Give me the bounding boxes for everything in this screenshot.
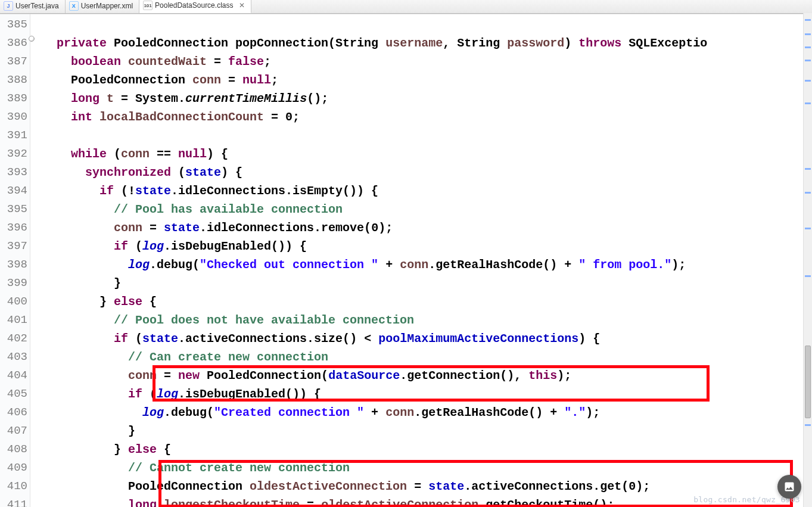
vertical-scrollbar[interactable] — [803, 13, 812, 507]
app-root: J UserTest.java X UserMapper.xml 101 Poo… — [0, 0, 812, 507]
source-code[interactable]: private PooledConnection popConnection(S… — [30, 14, 812, 507]
scrollbar-thumb[interactable] — [805, 346, 811, 418]
code-editor[interactable]: 385 386 387 388 389 390 391 392 393 394 … — [0, 14, 812, 507]
code-viewport[interactable]: private PooledConnection popConnection(S… — [30, 14, 812, 507]
tab-label: UserMapper.xml — [81, 2, 133, 10]
line-number-gutter: 385 386 387 388 389 390 391 392 393 394 … — [0, 14, 30, 507]
tab-usertest-java[interactable]: J UserTest.java — [0, 0, 66, 13]
class-file-icon: 101 — [143, 1, 153, 10]
tab-label: UserTest.java — [15, 2, 59, 10]
xml-file-icon: X — [69, 1, 79, 11]
tab-usermapper-xml[interactable]: X UserMapper.xml — [66, 0, 139, 13]
tab-pooleddatasource-class[interactable]: 101 PooledDataSource.class ✕ — [139, 0, 251, 13]
picture-icon — [783, 481, 795, 493]
java-file-icon: J — [4, 1, 13, 11]
close-icon[interactable]: ✕ — [239, 1, 245, 10]
tab-label: PooledDataSource.class — [155, 1, 233, 10]
editor-tabbar: J UserTest.java X UserMapper.xml 101 Poo… — [0, 0, 812, 14]
image-fab-button[interactable] — [777, 475, 801, 499]
